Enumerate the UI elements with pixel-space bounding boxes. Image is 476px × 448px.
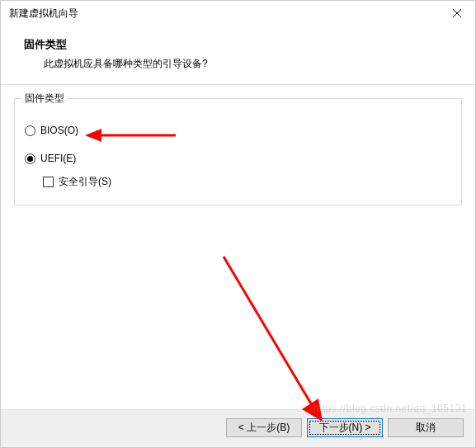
back-button[interactable]: < 上一步(B) [226, 418, 302, 437]
titlebar: 新建虚拟机向导 [1, 1, 475, 26]
page-subtitle: 此虚拟机应具备哪种类型的引导设备? [44, 57, 452, 71]
radio-bios-label: BIOS(O) [40, 125, 78, 136]
wizard-dialog: 新建虚拟机向导 固件类型 此虚拟机应具备哪种类型的引导设备? 固件类型 BIOS… [0, 0, 476, 448]
radio-uefi-label: UEFI(E) [40, 153, 76, 164]
firmware-type-group: 固件类型 BIOS(O) UEFI(E) 安全引导(S) [14, 98, 462, 205]
window-title: 新建虚拟机向导 [9, 7, 78, 21]
wizard-header: 固件类型 此虚拟机应具备哪种类型的引导设备? [1, 26, 475, 84]
group-legend: 固件类型 [21, 92, 68, 106]
checkbox-secure-boot-label: 安全引导(S) [59, 175, 111, 189]
wizard-content: 固件类型 BIOS(O) UEFI(E) 安全引导(S) [1, 85, 475, 409]
radio-icon [25, 153, 35, 164]
button-bar: < 上一步(B) 下一步(N) > 取消 [1, 409, 475, 447]
radio-uefi[interactable]: UEFI(E) [25, 150, 451, 167]
cancel-button[interactable]: 取消 [388, 418, 464, 437]
page-title: 固件类型 [24, 37, 452, 52]
close-button[interactable] [438, 1, 475, 26]
checkbox-icon [43, 177, 54, 187]
next-button[interactable]: 下一步(N) > [307, 418, 383, 437]
watermark: https://blog.csdn.net/qq_105131 [313, 403, 467, 414]
radio-bios[interactable]: BIOS(O) [25, 122, 451, 139]
checkbox-secure-boot[interactable]: 安全引导(S) [43, 173, 451, 190]
close-icon [453, 9, 461, 17]
radio-icon [25, 125, 35, 136]
